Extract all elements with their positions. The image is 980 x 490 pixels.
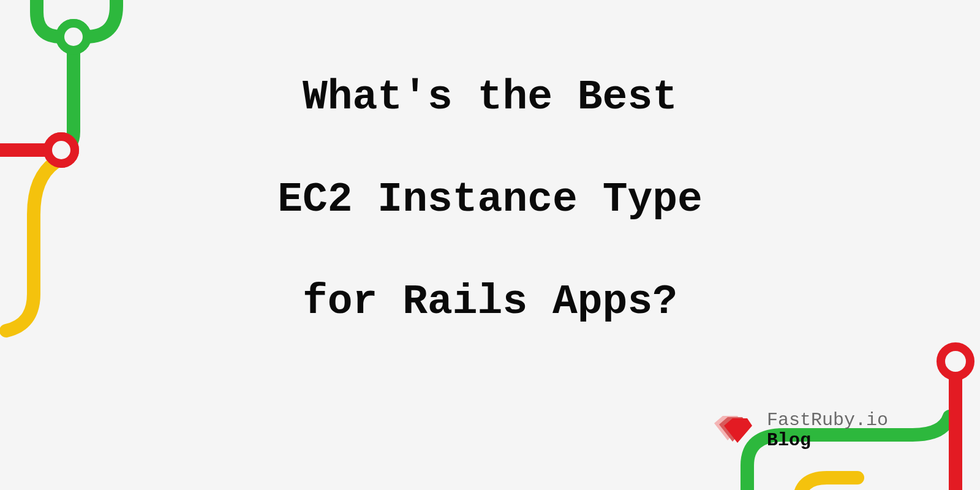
svg-point-3 (60, 23, 87, 50)
title-line-2: EC2 Instance Type (277, 176, 703, 223)
article-title: What's the Best EC2 Instance Type for Ra… (0, 74, 980, 325)
svg-point-0 (60, 23, 87, 50)
brand-subtitle: Blog (767, 431, 888, 451)
brand-name: FastRuby.io (767, 410, 888, 431)
brand-block: FastRuby.io Blog (712, 410, 888, 451)
title-line-3: for Rails Apps? (303, 278, 677, 325)
title-line-1: What's the Best (303, 74, 677, 121)
svg-point-4 (941, 347, 970, 376)
ruby-logo-icon (712, 413, 756, 448)
